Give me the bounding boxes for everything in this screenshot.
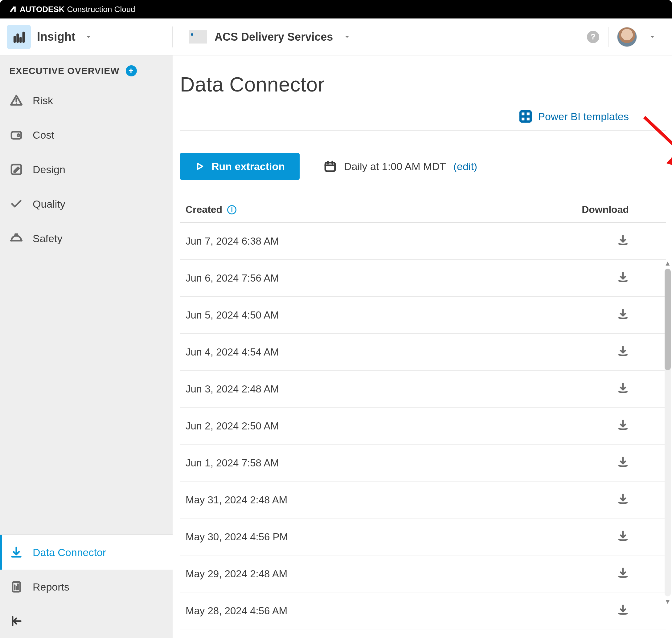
download-button[interactable] xyxy=(617,308,629,322)
help-icon[interactable]: ? xyxy=(587,31,599,43)
brand-bar: AUTODESK Construction Cloud xyxy=(0,0,672,18)
download-icon xyxy=(617,493,629,505)
created-cell: May 30, 2024 4:56 PM xyxy=(185,531,288,543)
sidebar-item-quality[interactable]: Quality xyxy=(0,187,173,221)
sidebar: EXECUTIVE OVERVIEW + Risk Cost Design xyxy=(0,55,173,638)
add-dashboard-icon[interactable]: + xyxy=(126,65,137,77)
created-cell: May 28, 2024 4:56 AM xyxy=(185,605,287,617)
download-icon xyxy=(10,546,23,559)
created-cell: Jun 2, 2024 2:50 AM xyxy=(185,420,279,432)
sidebar-item-safety[interactable]: Safety xyxy=(0,221,173,256)
download-icon xyxy=(617,345,629,357)
avatar[interactable] xyxy=(617,27,637,47)
sidebar-item-label: Reports xyxy=(33,581,69,593)
table-row: May 31, 2024 2:48 AM xyxy=(180,482,666,519)
sidebar-item-data-connector[interactable]: Data Connector xyxy=(0,535,173,570)
created-cell: Jun 3, 2024 2:48 AM xyxy=(185,383,279,395)
download-icon xyxy=(617,419,629,431)
table-row: Jun 4, 2024 4:54 AM xyxy=(180,334,666,371)
download-button[interactable] xyxy=(617,345,629,359)
svg-rect-18 xyxy=(325,163,335,171)
sidebar-item-design[interactable]: Design xyxy=(0,152,173,187)
table-row: Jun 5, 2024 4:50 AM xyxy=(180,297,666,334)
sidebar-item-cost[interactable]: Cost xyxy=(0,118,173,152)
download-icon xyxy=(617,234,629,246)
download-button[interactable] xyxy=(617,456,629,470)
account-name: ACS Delivery Services xyxy=(215,31,333,44)
schedule-text: Daily at 1:00 AM MDT xyxy=(344,161,446,172)
wallet-icon xyxy=(10,129,23,141)
download-icon xyxy=(617,271,629,283)
divider xyxy=(608,27,608,47)
account-logo-icon xyxy=(189,31,207,44)
report-icon xyxy=(10,581,23,593)
calendar-icon xyxy=(324,160,337,173)
brand-vendor: AUTODESK xyxy=(20,5,64,14)
scrollbar-track[interactable] xyxy=(665,269,671,597)
table-row: Jun 3, 2024 2:48 AM xyxy=(180,371,666,407)
col-created: Created xyxy=(185,204,222,215)
grid-icon xyxy=(519,110,532,123)
collapse-icon xyxy=(10,615,23,627)
chevron-down-icon xyxy=(343,33,351,41)
power-bi-link-label: Power BI templates xyxy=(538,111,629,123)
col-download: Download xyxy=(582,204,629,215)
power-bi-templates-link[interactable]: Power BI templates xyxy=(519,110,629,123)
table-row: May 29, 2024 2:48 AM xyxy=(180,555,666,592)
scrollbar[interactable]: ▲ ▼ xyxy=(664,260,671,605)
created-cell: Jun 4, 2024 4:54 AM xyxy=(185,346,279,358)
main-content: Data Connector Power BI templates Run ex… xyxy=(173,55,672,638)
download-button[interactable] xyxy=(617,493,629,507)
table-row: Jun 2, 2024 2:50 AM xyxy=(180,407,666,444)
sidebar-item-label: Data Connector xyxy=(33,547,106,558)
schedule-display: Daily at 1:00 AM MDT (edit) xyxy=(324,160,477,173)
scroll-up-icon[interactable]: ▲ xyxy=(664,260,671,267)
account-switcher[interactable]: ACS Delivery Services xyxy=(173,31,351,44)
download-button[interactable] xyxy=(617,604,629,618)
download-button[interactable] xyxy=(617,382,629,396)
download-button[interactable] xyxy=(617,419,629,433)
table-row: Jun 6, 2024 7:56 AM xyxy=(180,260,666,297)
download-button[interactable] xyxy=(617,567,629,581)
page-title: Data Connector xyxy=(180,73,666,96)
created-cell: Jun 1, 2024 7:58 AM xyxy=(185,457,279,469)
created-cell: May 31, 2024 2:48 AM xyxy=(185,494,287,506)
download-button[interactable] xyxy=(617,530,629,544)
chevron-down-icon xyxy=(85,33,92,41)
table-body: Jun 7, 2024 6:38 AM Jun 6, 2024 7:56 AM … xyxy=(180,223,666,629)
app-header: Insight ACS Delivery Services ? xyxy=(0,18,672,55)
download-icon xyxy=(617,456,629,468)
table-row: May 28, 2024 4:56 AM xyxy=(180,592,666,629)
brand-product: Construction Cloud xyxy=(67,5,135,14)
hard-hat-icon xyxy=(10,232,23,245)
run-extraction-button[interactable]: Run extraction xyxy=(180,153,300,180)
pencil-square-icon xyxy=(10,163,23,176)
chevron-down-icon xyxy=(649,33,656,41)
info-icon[interactable]: i xyxy=(227,205,236,214)
warning-triangle-icon xyxy=(10,94,23,107)
download-button[interactable] xyxy=(617,234,629,248)
scrollbar-thumb[interactable] xyxy=(665,269,671,370)
table-header: Created i Download xyxy=(180,204,666,223)
collapse-sidebar-button[interactable] xyxy=(0,604,173,638)
sidebar-item-label: Quality xyxy=(33,198,65,210)
table-row: Jun 1, 2024 7:58 AM xyxy=(180,444,666,482)
edit-schedule-link[interactable]: (edit) xyxy=(454,161,477,172)
download-icon xyxy=(617,308,629,320)
run-extraction-label: Run extraction xyxy=(211,161,285,172)
sidebar-item-label: Design xyxy=(33,164,65,175)
check-icon xyxy=(10,198,23,211)
insight-module-icon xyxy=(7,25,31,49)
sidebar-item-reports[interactable]: Reports xyxy=(0,570,173,604)
created-cell: Jun 5, 2024 4:50 AM xyxy=(185,309,279,321)
scroll-down-icon[interactable]: ▼ xyxy=(664,598,671,605)
created-cell: Jun 7, 2024 6:38 AM xyxy=(185,235,279,247)
created-cell: May 29, 2024 2:48 AM xyxy=(185,568,287,580)
module-switcher[interactable]: Insight xyxy=(0,27,173,47)
sidebar-item-risk[interactable]: Risk xyxy=(0,83,173,118)
sidebar-item-label: Risk xyxy=(33,95,53,106)
sidebar-item-label: Cost xyxy=(33,129,54,141)
download-button[interactable] xyxy=(617,271,629,285)
svg-point-5 xyxy=(16,103,17,104)
table-row: Jun 7, 2024 6:38 AM xyxy=(180,223,666,260)
